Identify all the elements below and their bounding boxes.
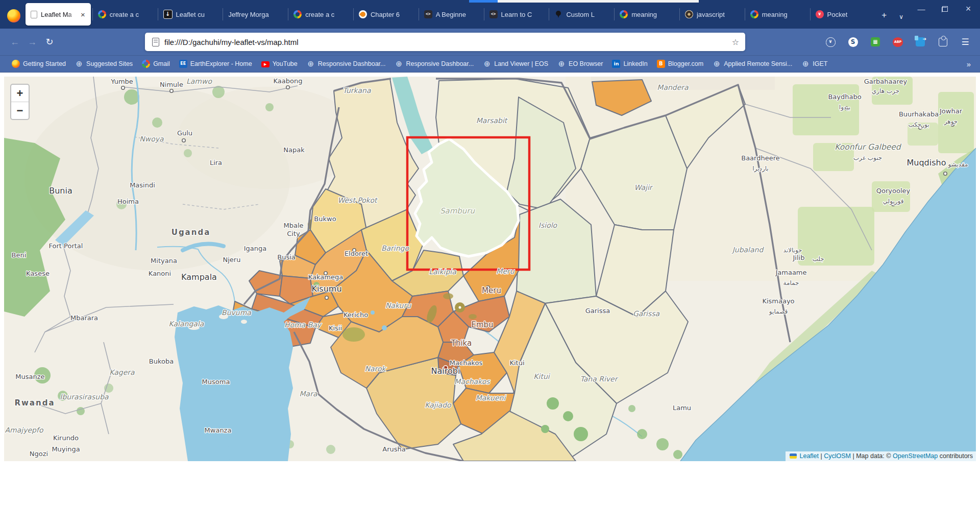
map-label: Mwanza — [205, 426, 232, 434]
window-controls: — × — [910, 0, 980, 17]
map-label: جرب هاري — [872, 87, 899, 95]
share-extension-icon[interactable] — [913, 34, 928, 50]
map-label: Kalangala — [169, 320, 204, 328]
place-marker — [944, 172, 947, 175]
tab[interactable]: A Beginne — [419, 4, 484, 25]
map-label: Rwanda — [14, 398, 55, 408]
bookmark-item[interactable]: ▶YouTube — [257, 58, 302, 70]
page-icon — [152, 38, 159, 46]
pocket-save-icon[interactable]: ∨ — [823, 34, 838, 50]
close-window-button[interactable]: × — [957, 0, 980, 17]
bookmark-item[interactable]: ⊕Applied Remote Sensi... — [708, 58, 797, 70]
book-icon — [359, 10, 367, 18]
map-label: Kitui — [533, 372, 550, 380]
tab[interactable]: Learn to C — [484, 4, 550, 25]
map-label: Beni — [12, 251, 27, 259]
map-label: بورحكب — [908, 121, 929, 129]
tab-title: Jeffrey Morga — [228, 11, 283, 18]
map-label: Kericho — [344, 311, 368, 319]
linkedin-icon: in — [612, 60, 620, 68]
bookmark-item[interactable]: Gmail — [137, 58, 175, 70]
tab[interactable]: Pocket — [811, 4, 876, 25]
url-text[interactable]: file:///D:/gachuhi/my-leaflet-vs/map.htm… — [164, 38, 726, 46]
map-label: Yumbe — [110, 78, 133, 85]
google-icon — [98, 10, 106, 18]
map-label: Kakamega — [308, 273, 343, 281]
tab[interactable]: meaning — [745, 4, 811, 25]
tab[interactable]: Jeffrey Morga — [223, 4, 288, 25]
code-icon — [424, 10, 432, 18]
map-label: Mbale — [283, 222, 303, 229]
tab[interactable]: javascript — [680, 4, 745, 25]
map-label: Qoryooley — [876, 187, 911, 195]
green-extension-icon[interactable]: ▦ — [868, 34, 883, 50]
tab-active[interactable]: Leaflet Ma× — [26, 3, 91, 26]
menu-icon[interactable]: ☰ — [958, 34, 973, 50]
map-label: Narok — [364, 365, 386, 373]
tab-close-icon[interactable]: × — [80, 10, 86, 19]
bookmark-item[interactable]: ⊕Responsive Dashboar... — [390, 58, 479, 70]
map-label: Iburasirasuba — [60, 393, 109, 401]
google-icon — [293, 10, 302, 18]
tab-title: Chapter 6 — [371, 11, 414, 18]
map-label: Garbahaarey — [864, 78, 908, 85]
bookmarks-overflow-chevron[interactable]: » — [958, 60, 980, 68]
firefox-view-button[interactable] — [7, 9, 20, 22]
place-marker — [170, 89, 173, 92]
adblock-plus-icon[interactable]: ABP — [890, 34, 905, 50]
bookmark-item[interactable]: Getting Started — [7, 58, 70, 70]
map-label: West Pokot — [337, 196, 378, 204]
new-tab-button[interactable]: + — [875, 10, 893, 20]
bookmark-label: Responsive Dashboar... — [318, 60, 386, 67]
tab[interactable]: create a c — [288, 4, 354, 25]
place-marker — [121, 86, 125, 89]
map-label: Kisumu — [311, 284, 341, 294]
zoom-in-button[interactable]: + — [11, 85, 29, 102]
tab[interactable]: Custom L — [549, 4, 615, 25]
tab-title: meaning — [631, 11, 675, 18]
forward-button[interactable]: → — [23, 37, 41, 47]
reload-button[interactable]: ↻ — [41, 36, 58, 47]
bookmark-label: Land Viewer | EOS — [494, 60, 548, 67]
map-label: Tana River — [580, 375, 619, 383]
bookmark-item[interactable]: BBlogger.com — [652, 58, 708, 70]
map-label: Bunia — [49, 186, 72, 196]
place-marker — [286, 86, 289, 89]
map-label: جنوب غرب — [853, 154, 883, 162]
bookmark-item[interactable]: inLinkedIn — [607, 58, 652, 70]
map-label: Nimule — [160, 81, 183, 88]
google-icon — [750, 10, 758, 18]
minimize-button[interactable]: — — [910, 0, 933, 17]
map-label: Kisii — [329, 324, 342, 332]
extensions-puzzle-icon[interactable] — [935, 34, 950, 50]
bookmark-item[interactable]: EEEarthExplorer - Home — [175, 58, 257, 70]
attribution-link[interactable]: OpenStreetMap — [893, 452, 938, 460]
tab-title: javascript — [697, 11, 740, 18]
s-extension-icon[interactable]: S — [845, 34, 861, 50]
map-label: Kanoni — [149, 270, 171, 277]
map-label: Embu — [471, 320, 493, 329]
back-button[interactable]: ← — [6, 37, 23, 47]
tab-title: meaning — [762, 11, 805, 18]
map-label: Kampala — [181, 272, 217, 282]
bookmark-item[interactable]: ⊕Responsive Dashboar... — [302, 58, 390, 70]
list-tabs-chevron-icon[interactable]: ∨ — [893, 13, 910, 20]
map-label: قصمايو — [769, 308, 788, 316]
leaflet-map[interactable]: YumbeNimuleLamwoKaabongGuluNwoyaLiraNapa… — [4, 77, 976, 461]
tab[interactable]: Leaflet cu — [158, 4, 224, 25]
tab-title: Learn to C — [501, 11, 545, 18]
restore-button[interactable] — [933, 0, 957, 17]
tab[interactable]: meaning — [615, 4, 680, 25]
map-label: بارديرا — [752, 165, 768, 173]
tab[interactable]: create a c — [93, 4, 158, 25]
bookmark-item[interactable]: ⊕Land Viewer | EOS — [478, 58, 553, 70]
attribution-link[interactable]: CyclOSM — [824, 452, 851, 460]
bookmark-item[interactable]: ⊕IGET — [797, 58, 832, 70]
bookmark-item[interactable]: ⊕EO Browser — [553, 58, 607, 70]
bookmark-star-icon[interactable]: ☆ — [726, 37, 745, 47]
attribution-link[interactable]: Leaflet — [800, 452, 819, 460]
address-bar[interactable]: file:///D:/gachuhi/my-leaflet-vs/map.htm… — [145, 33, 745, 51]
zoom-out-button[interactable]: − — [11, 102, 29, 119]
tab[interactable]: Chapter 6 — [354, 4, 419, 25]
bookmark-item[interactable]: ⊕Suggested Sites — [70, 58, 137, 70]
